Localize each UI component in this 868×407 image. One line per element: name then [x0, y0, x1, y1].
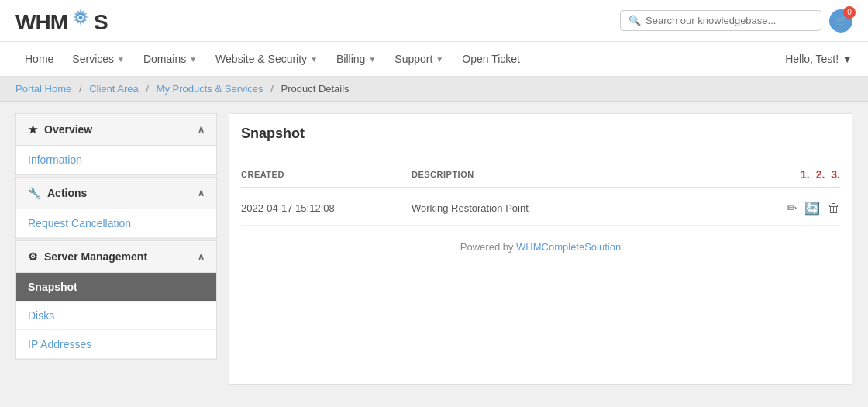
row-actions: ✏ 🔄 🗑	[763, 201, 840, 216]
nav-support[interactable]: Support ▼	[385, 42, 453, 76]
row-description: Working Restoration Point	[412, 202, 763, 214]
restore-icon[interactable]: 🔄	[804, 201, 820, 216]
header-right: 🔍 🛒 0	[620, 9, 852, 33]
user-greeting[interactable]: Hello, Test! ▼	[785, 53, 852, 65]
overview-label: Overview	[44, 123, 92, 136]
services-arrow-icon: ▼	[117, 55, 125, 64]
content-area: Snapshot CREATED DESCRIPTION 1. 2. 3. 20…	[229, 113, 852, 385]
actions-section-left: 🔧 Actions	[28, 187, 87, 199]
sidebar-link-disks[interactable]: Disks	[16, 302, 216, 330]
action-num-3: 3.	[831, 168, 840, 181]
cart-badge: 0	[843, 6, 856, 19]
search-input[interactable]	[646, 15, 813, 26]
nav-services[interactable]: Services ▼	[63, 42, 134, 76]
website-security-arrow-icon: ▼	[310, 55, 318, 64]
search-icon: 🔍	[629, 15, 641, 26]
logo-gear-icon	[69, 6, 92, 29]
overview-chevron-icon: ∧	[198, 124, 205, 135]
nav-home[interactable]: Home	[16, 42, 63, 76]
sidebar-section-server-management: ⚙ Server Management ∧ Snapshot Disks IP …	[16, 240, 217, 360]
action-num-1: 1.	[801, 168, 810, 181]
actions-section-header[interactable]: 🔧 Actions ∧	[16, 178, 216, 209]
breadcrumb: Portal Home / Client Area / My Products …	[0, 77, 868, 102]
breadcrumb-portal-home[interactable]: Portal Home	[16, 83, 71, 95]
col-actions-header: 1. 2. 3.	[763, 168, 840, 181]
sidebar-link-ip-addresses[interactable]: IP Addresses	[16, 330, 216, 359]
star-icon: ★	[28, 123, 38, 136]
overview-section-header[interactable]: ★ Overview ∧	[16, 114, 216, 146]
user-greeting-text: Hello, Test!	[785, 53, 839, 65]
delete-icon[interactable]: 🗑	[828, 202, 840, 216]
col-description-header: DESCRIPTION	[412, 170, 763, 179]
table-row: 2022-04-17 15:12:08 Working Restoration …	[241, 191, 840, 226]
powered-by: Powered by WHMCompleteSolution	[241, 226, 840, 268]
wrench-icon: 🔧	[28, 187, 41, 199]
breadcrumb-sep-3: /	[270, 83, 274, 95]
server-management-chevron-icon: ∧	[198, 251, 205, 262]
edit-icon[interactable]: ✏	[787, 201, 797, 216]
nav-left: Home Services ▼ Domains ▼ Website & Secu…	[16, 42, 529, 76]
logo-text: WHM S	[16, 6, 108, 35]
breadcrumb-sep-2: /	[146, 83, 149, 95]
powered-by-text: Powered by	[460, 241, 516, 253]
cart-button[interactable]: 🛒 0	[829, 9, 852, 33]
main-nav: Home Services ▼ Domains ▼ Website & Secu…	[0, 42, 868, 77]
search-box[interactable]: 🔍	[620, 10, 822, 31]
row-created: 2022-04-17 15:12:08	[241, 202, 412, 214]
gear-icon: ⚙	[28, 250, 38, 263]
svg-point-2	[78, 16, 82, 20]
sidebar-section-actions: 🔧 Actions ∧ Request Cancellation	[16, 177, 217, 239]
user-greeting-arrow-icon: ▼	[842, 53, 852, 65]
breadcrumb-my-products[interactable]: My Products & Services	[157, 83, 264, 95]
logo: WHM S	[16, 6, 108, 35]
content-title: Snapshot	[241, 126, 840, 150]
sidebar-link-snapshot[interactable]: Snapshot	[16, 273, 216, 302]
sidebar: ★ Overview ∧ Information 🔧 Actions ∧ Req…	[16, 113, 217, 385]
action-num-2: 2.	[816, 168, 825, 181]
breadcrumb-client-area[interactable]: Client Area	[89, 83, 139, 95]
nav-domains[interactable]: Domains ▼	[134, 42, 206, 76]
breadcrumb-product-details: Product Details	[281, 83, 349, 95]
actions-chevron-icon: ∧	[198, 188, 205, 198]
server-management-section-header[interactable]: ⚙ Server Management ∧	[16, 241, 216, 273]
table-header: CREATED DESCRIPTION 1. 2. 3.	[241, 162, 840, 188]
sidebar-link-information[interactable]: Information	[16, 146, 216, 174]
nav-open-ticket[interactable]: Open Ticket	[453, 42, 529, 76]
overview-section-left: ★ Overview	[28, 123, 92, 136]
billing-arrow-icon: ▼	[368, 55, 376, 64]
server-management-label: Server Management	[44, 250, 147, 263]
nav-website-security[interactable]: Website & Security ▼	[206, 42, 327, 76]
actions-label: Actions	[47, 187, 87, 199]
powered-by-link[interactable]: WHMCompleteSolution	[516, 241, 621, 253]
support-arrow-icon: ▼	[436, 55, 443, 64]
col-created-header: CREATED	[241, 170, 412, 179]
top-header: WHM S 🔍 🛒 0	[0, 0, 868, 42]
server-management-section-left: ⚙ Server Management	[28, 250, 147, 263]
sidebar-section-overview: ★ Overview ∧ Information	[16, 113, 217, 175]
breadcrumb-sep-1: /	[79, 83, 82, 95]
main-content: ★ Overview ∧ Information 🔧 Actions ∧ Req…	[0, 102, 868, 396]
sidebar-link-request-cancellation[interactable]: Request Cancellation	[16, 209, 216, 238]
nav-billing[interactable]: Billing ▼	[327, 42, 385, 76]
domains-arrow-icon: ▼	[189, 55, 197, 64]
